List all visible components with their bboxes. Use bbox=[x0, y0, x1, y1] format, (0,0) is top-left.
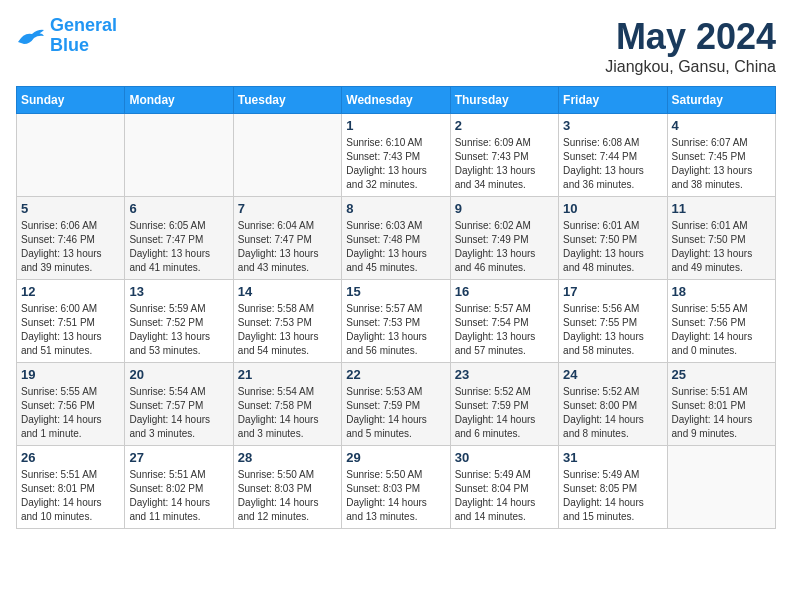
calendar-cell: 23Sunrise: 5:52 AM Sunset: 7:59 PM Dayli… bbox=[450, 363, 558, 446]
day-info: Sunrise: 5:49 AM Sunset: 8:04 PM Dayligh… bbox=[455, 468, 554, 524]
day-info: Sunrise: 5:51 AM Sunset: 8:01 PM Dayligh… bbox=[21, 468, 120, 524]
day-number: 4 bbox=[672, 118, 771, 133]
day-info: Sunrise: 6:02 AM Sunset: 7:49 PM Dayligh… bbox=[455, 219, 554, 275]
day-number: 2 bbox=[455, 118, 554, 133]
day-number: 19 bbox=[21, 367, 120, 382]
day-number: 18 bbox=[672, 284, 771, 299]
calendar-cell bbox=[17, 114, 125, 197]
day-number: 12 bbox=[21, 284, 120, 299]
day-info: Sunrise: 6:09 AM Sunset: 7:43 PM Dayligh… bbox=[455, 136, 554, 192]
day-number: 25 bbox=[672, 367, 771, 382]
title-section: May 2024 Jiangkou, Gansu, China bbox=[605, 16, 776, 76]
day-info: Sunrise: 5:52 AM Sunset: 7:59 PM Dayligh… bbox=[455, 385, 554, 441]
calendar-cell: 8Sunrise: 6:03 AM Sunset: 7:48 PM Daylig… bbox=[342, 197, 450, 280]
calendar-cell: 4Sunrise: 6:07 AM Sunset: 7:45 PM Daylig… bbox=[667, 114, 775, 197]
logo: GeneralBlue bbox=[16, 16, 117, 56]
calendar-cell: 25Sunrise: 5:51 AM Sunset: 8:01 PM Dayli… bbox=[667, 363, 775, 446]
day-info: Sunrise: 6:01 AM Sunset: 7:50 PM Dayligh… bbox=[563, 219, 662, 275]
day-number: 29 bbox=[346, 450, 445, 465]
day-info: Sunrise: 5:55 AM Sunset: 7:56 PM Dayligh… bbox=[672, 302, 771, 358]
calendar-week-row: 1Sunrise: 6:10 AM Sunset: 7:43 PM Daylig… bbox=[17, 114, 776, 197]
day-info: Sunrise: 5:49 AM Sunset: 8:05 PM Dayligh… bbox=[563, 468, 662, 524]
day-number: 1 bbox=[346, 118, 445, 133]
location-title: Jiangkou, Gansu, China bbox=[605, 58, 776, 76]
calendar-cell: 15Sunrise: 5:57 AM Sunset: 7:53 PM Dayli… bbox=[342, 280, 450, 363]
day-info: Sunrise: 5:52 AM Sunset: 8:00 PM Dayligh… bbox=[563, 385, 662, 441]
day-number: 15 bbox=[346, 284, 445, 299]
calendar-cell: 16Sunrise: 5:57 AM Sunset: 7:54 PM Dayli… bbox=[450, 280, 558, 363]
day-info: Sunrise: 5:53 AM Sunset: 7:59 PM Dayligh… bbox=[346, 385, 445, 441]
day-info: Sunrise: 6:03 AM Sunset: 7:48 PM Dayligh… bbox=[346, 219, 445, 275]
day-number: 17 bbox=[563, 284, 662, 299]
day-number: 6 bbox=[129, 201, 228, 216]
day-number: 24 bbox=[563, 367, 662, 382]
calendar-cell: 18Sunrise: 5:55 AM Sunset: 7:56 PM Dayli… bbox=[667, 280, 775, 363]
calendar-cell: 2Sunrise: 6:09 AM Sunset: 7:43 PM Daylig… bbox=[450, 114, 558, 197]
day-number: 16 bbox=[455, 284, 554, 299]
calendar-cell: 19Sunrise: 5:55 AM Sunset: 7:56 PM Dayli… bbox=[17, 363, 125, 446]
calendar-week-row: 12Sunrise: 6:00 AM Sunset: 7:51 PM Dayli… bbox=[17, 280, 776, 363]
day-number: 9 bbox=[455, 201, 554, 216]
day-info: Sunrise: 6:06 AM Sunset: 7:46 PM Dayligh… bbox=[21, 219, 120, 275]
day-info: Sunrise: 5:57 AM Sunset: 7:54 PM Dayligh… bbox=[455, 302, 554, 358]
day-number: 3 bbox=[563, 118, 662, 133]
calendar-cell: 28Sunrise: 5:50 AM Sunset: 8:03 PM Dayli… bbox=[233, 446, 341, 529]
day-info: Sunrise: 5:51 AM Sunset: 8:02 PM Dayligh… bbox=[129, 468, 228, 524]
calendar-cell: 14Sunrise: 5:58 AM Sunset: 7:53 PM Dayli… bbox=[233, 280, 341, 363]
calendar-cell bbox=[667, 446, 775, 529]
calendar-cell: 21Sunrise: 5:54 AM Sunset: 7:58 PM Dayli… bbox=[233, 363, 341, 446]
calendar-cell: 12Sunrise: 6:00 AM Sunset: 7:51 PM Dayli… bbox=[17, 280, 125, 363]
day-info: Sunrise: 6:00 AM Sunset: 7:51 PM Dayligh… bbox=[21, 302, 120, 358]
calendar-cell: 22Sunrise: 5:53 AM Sunset: 7:59 PM Dayli… bbox=[342, 363, 450, 446]
day-number: 27 bbox=[129, 450, 228, 465]
calendar-cell bbox=[125, 114, 233, 197]
day-number: 10 bbox=[563, 201, 662, 216]
day-info: Sunrise: 6:01 AM Sunset: 7:50 PM Dayligh… bbox=[672, 219, 771, 275]
page-header: GeneralBlue May 2024 Jiangkou, Gansu, Ch… bbox=[16, 16, 776, 76]
weekday-header: Monday bbox=[125, 87, 233, 114]
calendar-cell: 3Sunrise: 6:08 AM Sunset: 7:44 PM Daylig… bbox=[559, 114, 667, 197]
calendar-cell: 10Sunrise: 6:01 AM Sunset: 7:50 PM Dayli… bbox=[559, 197, 667, 280]
calendar-cell: 5Sunrise: 6:06 AM Sunset: 7:46 PM Daylig… bbox=[17, 197, 125, 280]
calendar-cell: 1Sunrise: 6:10 AM Sunset: 7:43 PM Daylig… bbox=[342, 114, 450, 197]
day-info: Sunrise: 6:05 AM Sunset: 7:47 PM Dayligh… bbox=[129, 219, 228, 275]
calendar-cell: 9Sunrise: 6:02 AM Sunset: 7:49 PM Daylig… bbox=[450, 197, 558, 280]
day-number: 22 bbox=[346, 367, 445, 382]
day-info: Sunrise: 5:57 AM Sunset: 7:53 PM Dayligh… bbox=[346, 302, 445, 358]
calendar-cell: 6Sunrise: 6:05 AM Sunset: 7:47 PM Daylig… bbox=[125, 197, 233, 280]
calendar-week-row: 5Sunrise: 6:06 AM Sunset: 7:46 PM Daylig… bbox=[17, 197, 776, 280]
day-number: 11 bbox=[672, 201, 771, 216]
weekday-header: Friday bbox=[559, 87, 667, 114]
logo-text: GeneralBlue bbox=[50, 16, 117, 56]
calendar-week-row: 19Sunrise: 5:55 AM Sunset: 7:56 PM Dayli… bbox=[17, 363, 776, 446]
day-number: 5 bbox=[21, 201, 120, 216]
day-info: Sunrise: 5:58 AM Sunset: 7:53 PM Dayligh… bbox=[238, 302, 337, 358]
calendar-cell: 11Sunrise: 6:01 AM Sunset: 7:50 PM Dayli… bbox=[667, 197, 775, 280]
day-info: Sunrise: 5:54 AM Sunset: 7:57 PM Dayligh… bbox=[129, 385, 228, 441]
calendar-cell bbox=[233, 114, 341, 197]
day-number: 30 bbox=[455, 450, 554, 465]
day-info: Sunrise: 5:54 AM Sunset: 7:58 PM Dayligh… bbox=[238, 385, 337, 441]
day-number: 31 bbox=[563, 450, 662, 465]
calendar-cell: 26Sunrise: 5:51 AM Sunset: 8:01 PM Dayli… bbox=[17, 446, 125, 529]
month-title: May 2024 bbox=[605, 16, 776, 58]
weekday-header: Thursday bbox=[450, 87, 558, 114]
day-number: 28 bbox=[238, 450, 337, 465]
day-info: Sunrise: 6:07 AM Sunset: 7:45 PM Dayligh… bbox=[672, 136, 771, 192]
day-number: 21 bbox=[238, 367, 337, 382]
day-info: Sunrise: 5:56 AM Sunset: 7:55 PM Dayligh… bbox=[563, 302, 662, 358]
day-number: 7 bbox=[238, 201, 337, 216]
weekday-header: Wednesday bbox=[342, 87, 450, 114]
calendar-cell: 31Sunrise: 5:49 AM Sunset: 8:05 PM Dayli… bbox=[559, 446, 667, 529]
calendar-cell: 27Sunrise: 5:51 AM Sunset: 8:02 PM Dayli… bbox=[125, 446, 233, 529]
day-info: Sunrise: 5:50 AM Sunset: 8:03 PM Dayligh… bbox=[238, 468, 337, 524]
day-number: 8 bbox=[346, 201, 445, 216]
day-number: 14 bbox=[238, 284, 337, 299]
calendar-cell: 13Sunrise: 5:59 AM Sunset: 7:52 PM Dayli… bbox=[125, 280, 233, 363]
calendar-week-row: 26Sunrise: 5:51 AM Sunset: 8:01 PM Dayli… bbox=[17, 446, 776, 529]
calendar-cell: 17Sunrise: 5:56 AM Sunset: 7:55 PM Dayli… bbox=[559, 280, 667, 363]
calendar-cell: 7Sunrise: 6:04 AM Sunset: 7:47 PM Daylig… bbox=[233, 197, 341, 280]
day-info: Sunrise: 6:10 AM Sunset: 7:43 PM Dayligh… bbox=[346, 136, 445, 192]
day-info: Sunrise: 5:50 AM Sunset: 8:03 PM Dayligh… bbox=[346, 468, 445, 524]
weekday-header-row: SundayMondayTuesdayWednesdayThursdayFrid… bbox=[17, 87, 776, 114]
